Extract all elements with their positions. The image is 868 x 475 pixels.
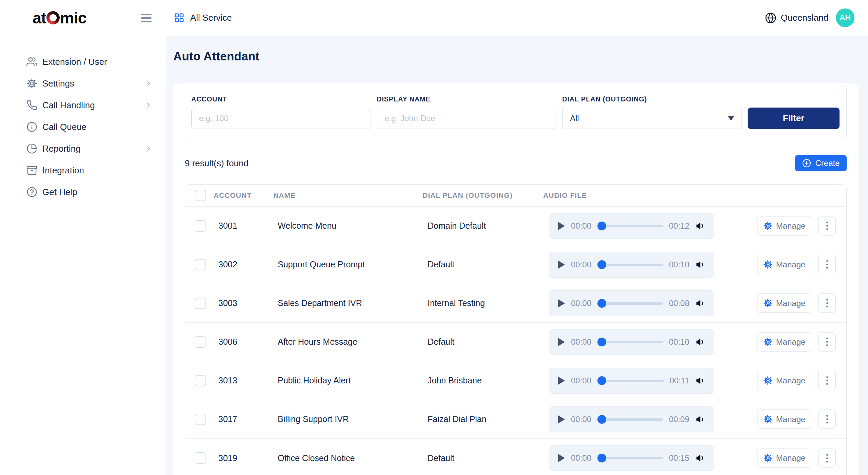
play-icon[interactable]: [558, 222, 565, 230]
audio-progress-slider[interactable]: [597, 415, 663, 424]
volume-icon[interactable]: [695, 337, 706, 347]
row-checkbox[interactable]: [195, 259, 206, 270]
dial-plan-select[interactable]: All: [562, 108, 742, 129]
volume-icon[interactable]: [695, 376, 706, 386]
table-header-row: ACCOUNT NAME DIAL PLAN (OUTGOING) AUDIO …: [185, 185, 846, 207]
sidebar-item-label: Reporting: [42, 144, 145, 154]
create-button[interactable]: Create: [795, 155, 847, 171]
duration: 00:12: [669, 221, 689, 231]
audio-player: 00:00 00:12: [549, 213, 714, 239]
audio-player: 00:00 00:10: [549, 252, 714, 278]
play-icon[interactable]: [558, 415, 565, 423]
filter-card: ACCOUNT DISPLAY NAME DIAL PLAN (OUTGOING…: [185, 85, 847, 140]
content-panel: ACCOUNT DISPLAY NAME DIAL PLAN (OUTGOING…: [173, 83, 859, 475]
audio-progress-slider[interactable]: [597, 338, 663, 346]
manage-button[interactable]: Manage: [757, 332, 811, 352]
play-icon[interactable]: [558, 261, 565, 269]
sidebar-item-settings[interactable]: Settings: [0, 73, 166, 94]
account-cell: 3019: [214, 453, 273, 463]
audio-progress-slider[interactable]: [597, 376, 664, 385]
row-menu-button[interactable]: [818, 410, 836, 429]
dial-plan-filter-label: DIAL PLAN (OUTGOING): [562, 95, 742, 103]
brand-logo-prefix: at: [33, 8, 46, 27]
name-cell: Sales Department IVR: [273, 298, 422, 308]
volume-icon[interactable]: [695, 453, 706, 463]
auto-attendant-table: ACCOUNT NAME DIAL PLAN (OUTGOING) AUDIO …: [185, 184, 847, 475]
chevron-right-icon: [145, 101, 152, 109]
row-checkbox[interactable]: [195, 452, 206, 464]
row-menu-button[interactable]: [818, 449, 836, 468]
play-icon[interactable]: [558, 299, 565, 307]
filter-button[interactable]: Filter: [748, 108, 840, 129]
slider-thumb[interactable]: [597, 454, 606, 462]
audio-player: 00:00 00:10: [549, 329, 714, 355]
slider-thumb[interactable]: [597, 415, 606, 424]
chevron-right-icon: [145, 145, 152, 152]
row-checkbox[interactable]: [195, 220, 206, 232]
display-name-filter-input[interactable]: [377, 108, 556, 129]
manage-button[interactable]: Manage: [757, 371, 811, 390]
dial-plan-cell: Default: [422, 453, 543, 463]
sidebar-item-integration[interactable]: Integration: [0, 159, 166, 181]
all-service-switcher[interactable]: All Service: [174, 13, 232, 23]
volume-icon[interactable]: [695, 414, 706, 424]
manage-button-label: Manage: [776, 299, 806, 308]
gear-icon: [26, 78, 37, 89]
dial-plan-cell: Domain Default: [422, 221, 543, 231]
sidebar-item-call-queue[interactable]: Call Queue: [0, 116, 166, 138]
slider-thumb[interactable]: [597, 222, 606, 230]
row-checkbox[interactable]: [195, 375, 206, 386]
manage-button[interactable]: Manage: [757, 449, 811, 468]
volume-icon[interactable]: [695, 221, 706, 231]
current-time: 00:00: [571, 376, 591, 385]
sidebar-item-label: Extension / User: [42, 57, 152, 67]
audio-progress-slider[interactable]: [597, 222, 663, 230]
brand-logo[interactable]: atmic: [33, 8, 86, 27]
column-header-account: ACCOUNT: [214, 191, 273, 200]
avatar[interactable]: AH: [836, 8, 854, 27]
volume-icon[interactable]: [695, 298, 706, 308]
row-menu-button[interactable]: [818, 371, 836, 390]
duration: 00:09: [669, 415, 689, 424]
row-checkbox[interactable]: [195, 414, 206, 425]
manage-button[interactable]: Manage: [757, 216, 811, 235]
chevron-right-icon: [145, 80, 152, 87]
dial-plan-filter-field: DIAL PLAN (OUTGOING) All: [562, 95, 742, 129]
row-menu-button[interactable]: [818, 332, 836, 352]
manage-button[interactable]: Manage: [757, 410, 811, 429]
sidebar-item-extension-user[interactable]: Extension / User: [0, 51, 166, 73]
play-icon[interactable]: [558, 338, 565, 346]
region-selector[interactable]: Queensland: [765, 12, 828, 24]
account-filter-input[interactable]: [191, 108, 371, 129]
sidebar-item-reporting[interactable]: Reporting: [0, 138, 166, 159]
duration: 00:15: [669, 453, 689, 463]
gear-icon: [763, 260, 772, 269]
manage-button[interactable]: Manage: [757, 255, 811, 274]
slider-thumb[interactable]: [597, 299, 606, 308]
row-menu-button[interactable]: [818, 216, 836, 235]
volume-icon[interactable]: [695, 260, 706, 270]
row-menu-button[interactable]: [818, 293, 836, 313]
manage-button[interactable]: Manage: [757, 293, 811, 313]
sidebar-item-get-help[interactable]: Get Help: [0, 181, 166, 203]
manage-button-label: Manage: [776, 260, 806, 269]
sidebar-item-call-handling[interactable]: Call Handling: [0, 94, 166, 116]
slider-thumb[interactable]: [597, 260, 606, 269]
menu-toggle-icon[interactable]: [139, 12, 154, 24]
duration: 00:08: [669, 299, 689, 308]
audio-progress-slider[interactable]: [597, 299, 663, 308]
audio-progress-slider[interactable]: [597, 454, 663, 462]
account-filter-field: ACCOUNT: [191, 95, 371, 129]
row-menu-button[interactable]: [818, 255, 836, 274]
play-icon[interactable]: [558, 377, 565, 385]
row-checkbox[interactable]: [195, 336, 206, 348]
play-icon[interactable]: [558, 454, 565, 462]
phone-icon: [26, 100, 37, 111]
page-title: Auto Attendant: [173, 50, 859, 63]
slider-thumb[interactable]: [597, 376, 606, 385]
dial-plan-cell: Faizal Dial Plan: [422, 414, 543, 424]
row-checkbox[interactable]: [195, 298, 206, 309]
audio-progress-slider[interactable]: [597, 260, 663, 269]
slider-thumb[interactable]: [597, 338, 606, 346]
select-all-checkbox[interactable]: [195, 190, 206, 201]
